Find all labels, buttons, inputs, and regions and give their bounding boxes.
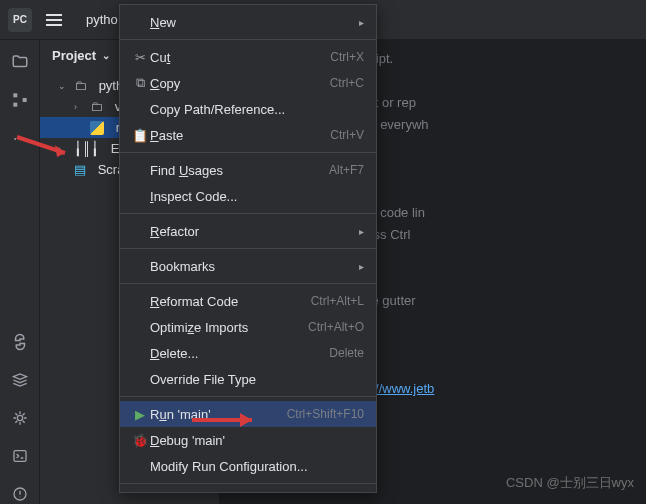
- tool-rail: ⋯: [0, 40, 40, 504]
- menu-copy[interactable]: ⧉CopyCtrl+C: [120, 70, 376, 96]
- annotation-arrow-icon: [190, 410, 270, 430]
- menu-reformat[interactable]: Reformat CodeCtrl+Alt+L: [120, 288, 376, 314]
- menu-delete[interactable]: Delete...Delete: [120, 340, 376, 366]
- app-logo: PC: [8, 8, 32, 32]
- project-name: pytho: [86, 12, 118, 27]
- paste-icon: 📋: [130, 128, 150, 143]
- services-icon[interactable]: [10, 370, 30, 390]
- menu-optimize[interactable]: Optimize ImportsCtrl+Alt+O: [120, 314, 376, 340]
- menu-cut[interactable]: ✂CutCtrl+X: [120, 44, 376, 70]
- structure-icon[interactable]: [10, 90, 30, 110]
- debug-icon: 🐞: [130, 433, 150, 448]
- python-file-icon: [90, 121, 104, 135]
- menu-find-usages[interactable]: Find UsagesAlt+F7: [120, 157, 376, 183]
- menu-refactor[interactable]: Refactor▸: [120, 218, 376, 244]
- python-console-icon[interactable]: [10, 332, 30, 352]
- copy-icon: ⧉: [130, 75, 150, 91]
- menu-bookmarks[interactable]: Bookmarks▸: [120, 253, 376, 279]
- svg-rect-2: [22, 98, 26, 102]
- menu-copy-path[interactable]: Copy Path/Reference...: [120, 96, 376, 122]
- problems-icon[interactable]: [10, 484, 30, 504]
- cut-icon: ✂: [130, 50, 150, 65]
- menu-modify-run[interactable]: Modify Run Configuration...: [120, 453, 376, 479]
- menu-debug[interactable]: 🐞Debug 'main': [120, 427, 376, 453]
- hamburger-icon[interactable]: [46, 14, 62, 26]
- svg-rect-0: [13, 93, 17, 97]
- menu-inspect[interactable]: Inspect Code...: [120, 183, 376, 209]
- menu-new[interactable]: New▸: [120, 9, 376, 35]
- folder-icon[interactable]: [10, 52, 30, 72]
- run-icon: ▶: [130, 407, 150, 422]
- menu-override[interactable]: Override File Type: [120, 366, 376, 392]
- debug-tool-icon[interactable]: [10, 408, 30, 428]
- terminal-icon[interactable]: [10, 446, 30, 466]
- watermark: CSDN @士别三日wyx: [506, 474, 634, 492]
- svg-rect-1: [13, 103, 17, 107]
- annotation-arrow-icon: [15, 135, 75, 165]
- svg-rect-4: [14, 451, 26, 462]
- svg-point-3: [17, 415, 22, 420]
- menu-paste[interactable]: 📋PasteCtrl+V: [120, 122, 376, 148]
